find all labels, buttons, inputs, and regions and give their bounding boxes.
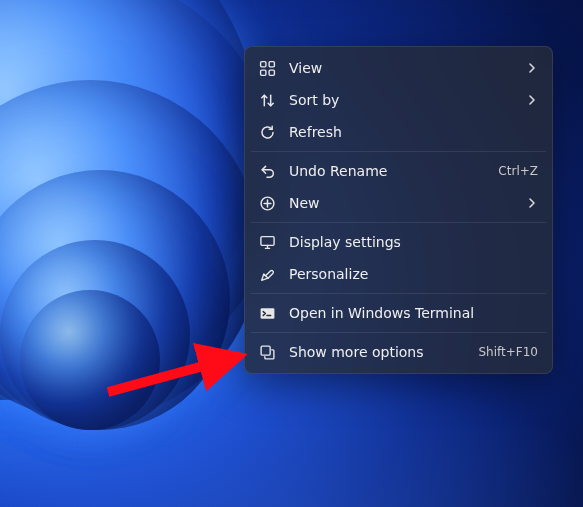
new-icon	[259, 195, 276, 212]
menu-item-label: Undo Rename	[289, 163, 486, 179]
chevron-right-icon	[526, 197, 538, 209]
menu-item-label: Show more options	[289, 344, 466, 360]
menu-item-shortcut: Shift+F10	[478, 345, 538, 359]
menu-separator	[251, 332, 546, 333]
menu-separator	[251, 222, 546, 223]
terminal-icon	[259, 305, 276, 322]
svg-rect-6	[261, 308, 275, 319]
menu-item-label: Refresh	[289, 124, 538, 140]
personalize-icon	[259, 266, 276, 283]
menu-item-new[interactable]: New	[250, 187, 547, 219]
undo-icon	[259, 163, 276, 180]
svg-rect-5	[261, 236, 274, 245]
chevron-right-icon	[526, 94, 538, 106]
svg-rect-0	[261, 61, 266, 66]
menu-item-shortcut: Ctrl+Z	[498, 164, 538, 178]
menu-item-label: Personalize	[289, 266, 538, 282]
menu-item-label: View	[289, 60, 514, 76]
svg-rect-1	[269, 61, 274, 66]
display-icon	[259, 234, 276, 251]
menu-item-open-in-windows-terminal[interactable]: Open in Windows Terminal	[250, 297, 547, 329]
menu-item-label: New	[289, 195, 514, 211]
sort-icon	[259, 92, 276, 109]
menu-item-undo-rename[interactable]: Undo RenameCtrl+Z	[250, 155, 547, 187]
menu-item-label: Display settings	[289, 234, 538, 250]
menu-item-display-settings[interactable]: Display settings	[250, 226, 547, 258]
menu-item-show-more-options[interactable]: Show more optionsShift+F10	[250, 336, 547, 368]
svg-rect-3	[269, 70, 274, 75]
chevron-right-icon	[526, 62, 538, 74]
grid-icon	[259, 60, 276, 77]
refresh-icon	[259, 124, 276, 141]
menu-item-sort-by[interactable]: Sort by	[250, 84, 547, 116]
more-icon	[259, 344, 276, 361]
menu-item-label: Open in Windows Terminal	[289, 305, 538, 321]
desktop-context-menu[interactable]: ViewSort byRefreshUndo RenameCtrl+ZNewDi…	[244, 46, 553, 374]
menu-item-view[interactable]: View	[250, 52, 547, 84]
menu-item-refresh[interactable]: Refresh	[250, 116, 547, 148]
menu-separator	[251, 293, 546, 294]
menu-separator	[251, 151, 546, 152]
menu-item-personalize[interactable]: Personalize	[250, 258, 547, 290]
svg-rect-7	[261, 346, 270, 355]
menu-item-label: Sort by	[289, 92, 514, 108]
svg-rect-2	[261, 70, 266, 75]
